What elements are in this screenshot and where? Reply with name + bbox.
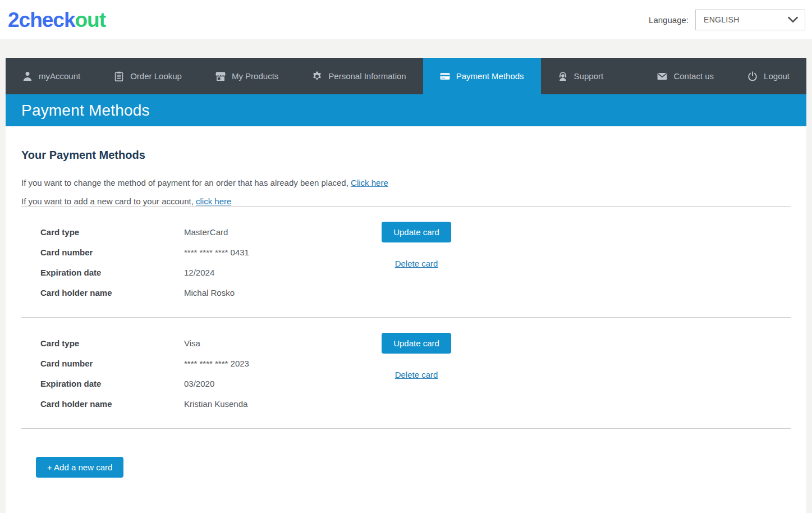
nav-item-label: Order Lookup [130, 71, 182, 81]
change-payment-link[interactable]: Click here [351, 178, 388, 187]
card-row-mastercard: Card type MasterCard Card number **** **… [21, 207, 791, 317]
nav-item-label: Contact us [673, 71, 714, 81]
main-container: myAccount Order Lookup My Products Perso… [6, 58, 806, 513]
intro-text: If you want to change the method of paym… [21, 178, 351, 187]
intro-change-payment: If you want to change the method of paym… [21, 178, 791, 187]
card-actions: Update card Delete card [382, 333, 451, 414]
language-select[interactable]: ENGLISH [695, 10, 805, 30]
power-icon [747, 71, 758, 81]
card-number-label: Card number [40, 248, 184, 257]
add-card-link[interactable]: click here [196, 196, 231, 206]
add-card-row: + Add a new card [36, 457, 791, 478]
nav-item-label: My Products [232, 71, 278, 81]
nav-item-personal-information[interactable]: Personal Information [295, 58, 423, 94]
section-heading: Your Payment Methods [21, 126, 791, 162]
nav-item-label: Logout [764, 71, 790, 81]
clipboard-icon [114, 71, 124, 81]
page-banner: Payment Methods [6, 94, 806, 126]
store-icon [215, 71, 226, 81]
card-actions: Update card Delete card [382, 222, 451, 303]
card-number-value: **** **** **** 2023 [184, 359, 382, 368]
top-header: 2checkout Language: ENGLISH [0, 0, 812, 39]
card-holder-name-value: Kristian Kusenda [184, 399, 382, 409]
nav-item-label: Support [574, 71, 604, 81]
expiration-date-value: 03/2020 [184, 379, 382, 388]
nav-item-payment-methods[interactable]: Payment Methods [423, 58, 541, 94]
card-number-value: **** **** **** 0431 [184, 248, 382, 257]
nav-right-group: Contact us Logout [640, 58, 806, 94]
logo-text-green: out [75, 8, 106, 31]
language-selected-value: ENGLISH [704, 15, 740, 24]
nav-item-contact-us[interactable]: Contact us [640, 58, 731, 94]
credit-card-icon [440, 71, 450, 81]
card-type-label: Card type [40, 227, 184, 237]
expiration-date-label: Expiration date [40, 379, 184, 388]
logo-2checkout[interactable]: 2checkout [8, 10, 105, 30]
card-number-label: Card number [40, 359, 184, 368]
intro-add-card: If you want to add a new card to your ac… [21, 196, 791, 206]
user-icon [22, 71, 33, 81]
update-card-button[interactable]: Update card [382, 333, 451, 354]
nav-item-label: myAccount [39, 71, 80, 81]
delete-card-link[interactable]: Delete card [395, 370, 438, 379]
card-type-value: MasterCard [184, 227, 382, 237]
nav-item-myaccount[interactable]: myAccount [6, 58, 97, 94]
card-row-visa: Card type Visa Card number **** **** ***… [21, 318, 791, 428]
page-title: Payment Methods [21, 102, 150, 120]
nav-item-my-products[interactable]: My Products [199, 58, 295, 94]
headset-icon [558, 71, 568, 81]
envelope-icon [657, 71, 667, 81]
language-label: Language: [649, 15, 689, 25]
nav-item-support[interactable]: Support [541, 58, 621, 94]
chevron-down-icon [788, 15, 798, 25]
delete-card-link[interactable]: Delete card [395, 259, 438, 268]
language-area: Language: ENGLISH [649, 10, 805, 30]
gear-icon [312, 71, 322, 81]
intro-text: If you want to add a new card to your ac… [21, 196, 196, 206]
nav-item-label: Personal Information [328, 71, 406, 81]
expiration-date-value: 12/2024 [184, 268, 382, 277]
content-area: Your Payment Methods If you want to chan… [6, 126, 806, 513]
nav-item-label: Payment Methods [456, 71, 524, 81]
expiration-date-label: Expiration date [40, 268, 184, 277]
card-holder-name-label: Card holder name [40, 288, 184, 297]
card-type-value: Visa [184, 338, 382, 348]
card-details: Card type Visa Card number **** **** ***… [40, 333, 382, 414]
card-holder-name-label: Card holder name [40, 399, 184, 409]
divider [21, 428, 791, 429]
nav-item-order-lookup[interactable]: Order Lookup [97, 58, 199, 94]
main-nav: myAccount Order Lookup My Products Perso… [6, 58, 806, 94]
add-new-card-button[interactable]: + Add a new card [36, 457, 123, 478]
update-card-button[interactable]: Update card [382, 222, 451, 242]
nav-item-logout[interactable]: Logout [731, 58, 806, 94]
logo-text-blue: 2check [8, 8, 75, 31]
card-type-label: Card type [40, 338, 184, 348]
card-details: Card type MasterCard Card number **** **… [40, 222, 382, 303]
card-holder-name-value: Michal Rosko [184, 288, 382, 297]
